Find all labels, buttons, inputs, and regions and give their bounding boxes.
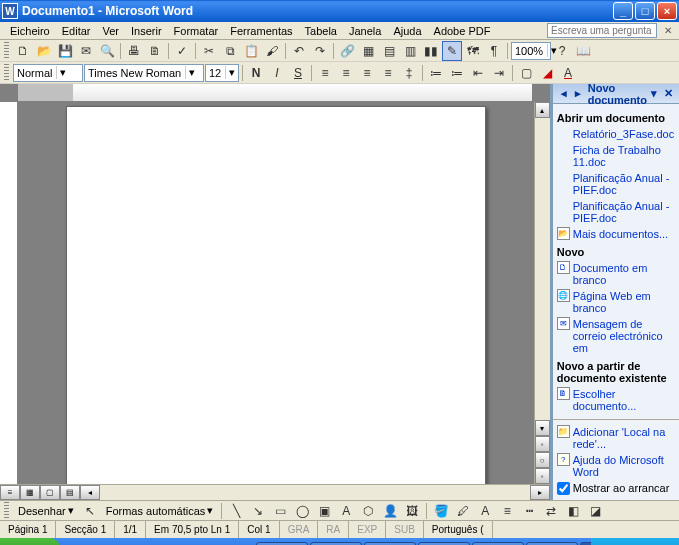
ql-icon[interactable]: e [217,542,233,546]
next-page-icon[interactable]: ◦ [535,468,550,484]
ql-icon[interactable]: A [200,542,216,546]
toolbar-grip[interactable] [4,42,9,60]
outline-view-icon[interactable]: ▤ [60,485,80,500]
columns-icon[interactable]: ▮▮ [421,41,441,61]
numbered-list-icon[interactable]: ≔ [426,63,446,83]
horizontal-scrollbar[interactable]: ≡ ▦ ▢ ▤ ◂ ▸ [0,484,550,500]
status-ra[interactable]: RA [318,521,349,538]
ql-icon[interactable]: ✉ [81,542,97,546]
wordart-icon[interactable]: A [336,501,356,521]
arrow-style-icon[interactable]: ⇄ [541,501,561,521]
task-item[interactable]: W Docume... [580,542,590,546]
align-right-icon[interactable]: ≡ [357,63,377,83]
undo-icon[interactable]: ↶ [289,41,309,61]
start-button[interactable]: Iniciar [0,538,60,545]
document-canvas[interactable] [18,102,534,484]
toolbar-grip[interactable] [4,64,9,82]
copy-icon[interactable]: ⧉ [220,41,240,61]
maximize-button[interactable]: □ [635,2,655,20]
toolbar-grip[interactable] [4,502,9,520]
status-exp[interactable]: EXP [349,521,386,538]
insert-table-icon[interactable]: ▤ [379,41,399,61]
mdi-close-button[interactable]: ✕ [661,25,675,36]
scroll-right-icon[interactable]: ▸ [530,485,550,500]
font-color-icon[interactable]: A [475,501,495,521]
scroll-left-icon[interactable]: ◂ [80,485,100,500]
format-painter-icon[interactable]: 🖌 [262,41,282,61]
line-style-icon[interactable]: ≡ [497,501,517,521]
style-combo[interactable]: Normal▾ [13,64,83,82]
textbox-icon[interactable]: ▣ [314,501,334,521]
line-spacing-icon[interactable]: ‡ [399,63,419,83]
page[interactable] [66,106,486,484]
task-item[interactable]: 🌐 Calendár... [364,542,416,546]
cut-icon[interactable]: ✂ [199,41,219,61]
taskpane-close-icon[interactable]: ✕ [661,87,675,101]
picture-icon[interactable]: 🖼 [402,501,422,521]
ql-icon[interactable]: ✎ [234,542,250,546]
align-left-icon[interactable]: ≡ [315,63,335,83]
menu-table[interactable]: Tabela [299,24,343,38]
recent-doc[interactable]: Planificação Anual - PIEF.doc [555,170,677,198]
paste-icon[interactable]: 📋 [241,41,261,61]
shadow-icon[interactable]: ◧ [563,501,583,521]
zoom-combo[interactable]: 100%▾ [511,42,551,60]
redo-icon[interactable]: ↷ [310,41,330,61]
status-gra[interactable]: GRA [280,521,319,538]
arrow-icon[interactable]: ↘ [248,501,268,521]
ql-icon[interactable]: ♪ [183,542,199,546]
autoshapes-menu[interactable]: Formas automáticas ▾ [102,504,218,517]
highlight-icon[interactable]: ◢ [537,63,557,83]
draw-menu[interactable]: Desenhar ▾ [14,504,78,517]
increase-indent-icon[interactable]: ⇥ [489,63,509,83]
menu-adobepdf[interactable]: Adobe PDF [428,24,497,38]
task-item[interactable]: W Aula33-3... [310,542,362,546]
underline-icon[interactable]: S [288,63,308,83]
taskpane-dropdown-icon[interactable]: ▾ [647,87,661,101]
scroll-up-icon[interactable]: ▴ [535,102,550,118]
status-sub[interactable]: SUB [386,521,424,538]
borders-icon[interactable]: ▢ [516,63,536,83]
decrease-indent-icon[interactable]: ⇤ [468,63,488,83]
bold-icon[interactable]: N [246,63,266,83]
vertical-ruler[interactable] [0,102,18,484]
font-color-icon[interactable]: A [558,63,578,83]
read-icon[interactable]: 📖 [573,41,593,61]
docmap-icon[interactable]: 🗺 [463,41,483,61]
print-icon[interactable]: 🖶 [124,41,144,61]
menu-file[interactable]: Eicheiro [4,24,56,38]
oval-icon[interactable]: ◯ [292,501,312,521]
add-network-place[interactable]: 📁Adicionar 'Local na rede'... [555,424,677,452]
diagram-icon[interactable]: ⬡ [358,501,378,521]
line-color-icon[interactable]: 🖊 [453,501,473,521]
taskpane-fwd-icon[interactable]: ▸ [571,87,585,101]
task-item[interactable]: 🌐 Gmail: E... [418,542,470,546]
search-icon[interactable]: 🔍 [97,41,117,61]
system-tray[interactable]: 🔊 🖧 🛡 ⚠ 8:50 [591,538,679,545]
bullet-list-icon[interactable]: ≔ [447,63,467,83]
line-icon[interactable]: ╲ [226,501,246,521]
email-message[interactable]: ✉Mensagem de correio electrónico em [555,316,677,356]
clipart-icon[interactable]: 👤 [380,501,400,521]
fill-color-icon[interactable]: 🪣 [431,501,451,521]
ql-icon[interactable]: 🌐 [64,542,80,546]
vertical-scrollbar[interactable]: ▴ ▾ ◦ ○ ◦ [534,102,550,484]
ql-icon[interactable]: 🖥 [115,542,131,546]
taskpane-back-icon[interactable]: ◂ [557,87,571,101]
menu-tools[interactable]: Ferramentas [224,24,298,38]
menu-edit[interactable]: Editar [56,24,97,38]
menu-format[interactable]: Formatar [168,24,225,38]
justify-icon[interactable]: ≡ [378,63,398,83]
word-help[interactable]: ?Ajuda do Microsoft Word [555,452,677,480]
menu-view[interactable]: Ver [97,24,126,38]
ql-icon[interactable]: ▣ [98,542,114,546]
web-view-icon[interactable]: ▦ [20,485,40,500]
minimize-button[interactable]: _ [613,2,633,20]
open-icon[interactable]: 📂 [34,41,54,61]
startup-checkbox[interactable] [557,482,570,495]
menu-insert[interactable]: Inserir [125,24,168,38]
rectangle-icon[interactable]: ▭ [270,501,290,521]
task-item[interactable]: 📂 Aula 33,34 [256,542,308,546]
menu-window[interactable]: Janela [343,24,387,38]
recent-doc[interactable]: Planificação Anual - PIEF.doc [555,198,677,226]
